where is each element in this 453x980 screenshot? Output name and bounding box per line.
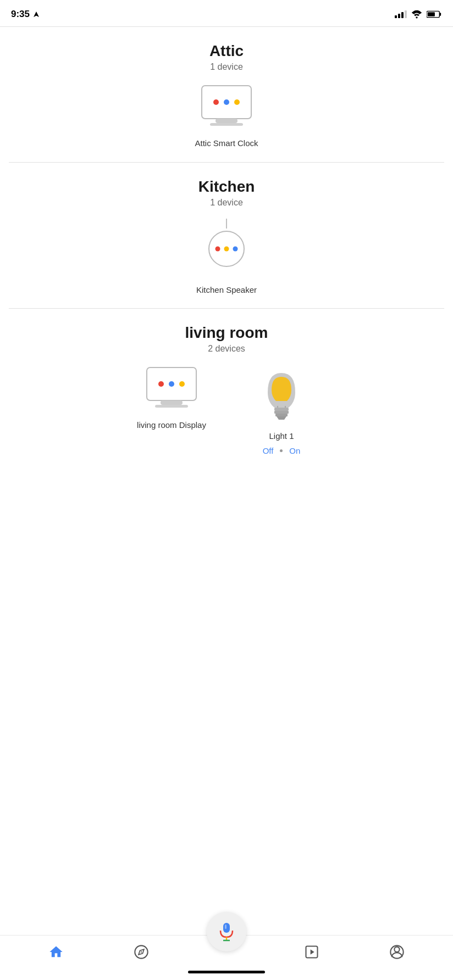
signal-bar-2: [398, 14, 400, 18]
time-label: 9:35: [11, 9, 30, 20]
svg-rect-9: [210, 123, 243, 126]
svg-rect-22: [274, 411, 289, 414]
svg-point-13: [224, 246, 229, 251]
mic-button-area: [0, 912, 453, 951]
attic-device-count: 1 device: [13, 62, 440, 72]
living-room-section: living room 2 devices living room Displa…: [0, 309, 453, 469]
kitchen-section: Kitchen 1 device Kitchen Speaker: [0, 163, 453, 309]
svg-rect-20: [155, 405, 188, 408]
home-indicator: [0, 966, 453, 980]
attic-section: Attic 1 device Attic Smart Clock: [0, 27, 453, 162]
svg-rect-23: [275, 414, 288, 416]
kitchen-devices: Kitchen Speaker: [13, 219, 440, 296]
light-1-name: Light 1: [269, 431, 294, 442]
wifi-icon: [411, 10, 422, 19]
attic-devices: Attic Smart Clock: [13, 83, 440, 149]
speaker-icon: [202, 219, 251, 279]
light-1-device[interactable]: Light 1 Off On: [243, 365, 320, 455]
kitchen-title: Kitchen: [13, 178, 440, 196]
status-bar: 9:35: [0, 0, 453, 26]
hub-icon-living: [141, 365, 202, 414]
light-ctrl-separator: [280, 449, 283, 452]
svg-rect-19: [161, 400, 183, 405]
attic-smart-clock-name: Attic Smart Clock: [195, 138, 258, 149]
status-icons: [395, 10, 442, 19]
bottom-area: [0, 912, 453, 980]
living-room-display[interactable]: living room Display: [133, 365, 210, 431]
attic-smart-clock[interactable]: Attic Smart Clock: [188, 83, 265, 149]
living-room-device-count: 2 devices: [13, 344, 440, 354]
living-room-display-name: living room Display: [137, 420, 206, 431]
signal-bars: [395, 10, 407, 18]
svg-rect-3: [428, 12, 435, 16]
mic-icon: [218, 922, 235, 942]
light-on-button[interactable]: On: [289, 446, 300, 455]
signal-bar-3: [401, 12, 404, 18]
kitchen-speaker[interactable]: Kitchen Speaker: [188, 219, 265, 296]
svg-rect-29: [225, 925, 226, 929]
main-content: Attic 1 device Attic Smart Clock: [0, 27, 453, 469]
light-off-button[interactable]: Off: [263, 446, 274, 455]
light-1-controls: Off On: [263, 446, 301, 455]
svg-point-5: [213, 99, 219, 105]
light-bulb-icon: [257, 365, 306, 425]
svg-point-12: [216, 246, 220, 251]
signal-bar-4: [405, 10, 407, 18]
svg-point-6: [224, 99, 229, 105]
home-indicator-bar: [188, 971, 265, 973]
kitchen-device-count: 1 device: [13, 198, 440, 208]
svg-point-16: [158, 381, 164, 387]
svg-point-7: [234, 99, 240, 105]
kitchen-speaker-name: Kitchen Speaker: [196, 285, 257, 296]
svg-point-14: [233, 246, 238, 251]
svg-rect-8: [216, 119, 237, 123]
hub-icon: [196, 83, 257, 132]
signal-bar-1: [395, 15, 397, 18]
svg-point-18: [179, 381, 185, 387]
living-room-devices: living room Display: [13, 365, 440, 455]
attic-title: Attic: [13, 42, 440, 60]
status-time: 9:35: [11, 9, 40, 20]
svg-rect-21: [274, 408, 289, 411]
svg-point-0: [416, 16, 417, 18]
svg-rect-2: [439, 13, 441, 16]
svg-point-31: [141, 951, 142, 953]
navigation-icon: [33, 11, 40, 18]
svg-point-17: [169, 381, 174, 387]
battery-icon: [427, 10, 442, 19]
living-room-title: living room: [13, 324, 440, 342]
mic-button[interactable]: [207, 912, 246, 951]
